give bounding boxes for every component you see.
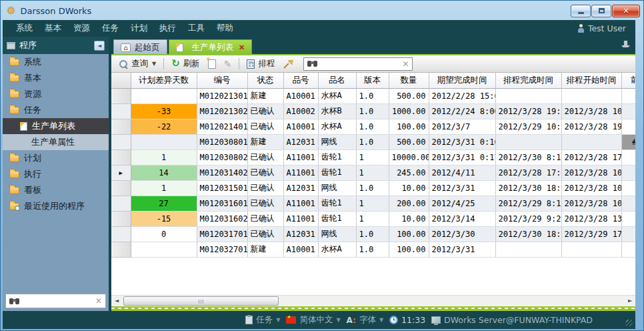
cell-code[interactable]: M012030801 [197,134,247,149]
cell-code[interactable]: M012031602 [197,211,247,226]
scrollbar-thumb[interactable] [123,296,279,306]
cell-code[interactable]: M012021302 [197,103,247,119]
cell-status[interactable]: 已确认 [247,226,283,242]
tab-close-icon[interactable]: ✕ [239,43,245,52]
sidebar-item[interactable]: 看板 [3,182,109,198]
column-header[interactable]: 版本 [356,73,389,88]
tab[interactable]: 生产单列表✕ [169,39,253,55]
cell-status[interactable]: 已确认 [247,196,283,211]
sidebar-item[interactable]: 最近使用的程序 [3,198,109,214]
column-header[interactable]: 前 [621,73,635,88]
cell-qty[interactable]: 500.00 [389,134,429,149]
sidebar-item[interactable]: 生产单属性 [3,134,109,150]
cell-diff[interactable]: -22 [131,119,197,134]
cell-diff[interactable]: 14 [131,165,197,180]
cell-status[interactable]: 已确认 [247,165,283,180]
cell-diff[interactable] [131,242,197,257]
cell-qty[interactable]: 245.00 [389,165,429,180]
cell-status[interactable]: 已确认 [247,103,283,119]
cell-extra[interactable] [621,180,635,196]
row-header[interactable] [111,196,131,211]
cell-sched_end[interactable]: 2012/3/30 18:00 [495,180,561,196]
cell-part_no[interactable]: A11001 [283,165,318,180]
cell-expected[interactable]: 2012/3/7 [429,119,495,134]
cell-sched_start[interactable]: 2012/3/28 10:52 [561,180,621,196]
cell-expected[interactable]: 2012/3/31 0:10 [429,134,495,149]
cell-part_name[interactable]: 齿轮1 [318,149,356,165]
cell-status[interactable]: 已确认 [247,149,283,165]
cell-qty[interactable]: 100.00 [389,119,429,134]
cell-part_name[interactable]: 水杯A [318,242,356,257]
cell-expected[interactable]: 2012/4/25 [429,196,495,211]
cell-extra[interactable] [621,196,635,211]
row-header[interactable] [111,211,131,226]
column-header[interactable]: 计划差异天数 [131,73,197,88]
cell-part_no[interactable]: A10002 [283,103,318,119]
cell-qty[interactable]: 10.00 [389,180,429,196]
sidebar-search-clear-icon[interactable]: ✕ [95,297,102,305]
cell-code[interactable]: M012031402 [197,165,247,180]
cell-status[interactable]: 已确认 [247,211,283,226]
row-header[interactable] [111,149,131,165]
cell-sched_start[interactable]: 2012/3/28 17:13 [561,149,621,165]
cell-version[interactable]: 1 [356,211,389,226]
cell-code[interactable]: M012031601 [197,196,247,211]
cell-sched_end[interactable]: 2012/3/30 8:15 [495,149,561,165]
cell-qty[interactable]: 100.00 [389,226,429,242]
cell-part_name[interactable]: 水杯A [318,88,356,103]
cell-diff[interactable]: -15 [131,211,197,226]
cell-part_no[interactable]: A11001 [283,211,318,226]
cell-status[interactable]: 新建 [247,242,283,257]
row-header[interactable] [111,226,131,242]
cell-extra[interactable] [621,226,635,242]
refresh-button[interactable]: ↻ 刷新 [168,57,203,71]
menu-item[interactable]: 资源 [73,23,90,34]
cell-sched_start[interactable] [561,242,621,257]
sidebar-collapse-button[interactable]: ◄ [94,41,105,51]
scroll-right-arrow-icon[interactable]: ► [625,296,635,306]
cell-extra[interactable] [621,242,635,257]
cell-part_no[interactable]: A12031 [283,134,318,149]
cell-sched_start[interactable]: 2012/3/28 10:52 [561,165,621,180]
cell-part_name[interactable]: 水杯A [318,119,356,134]
cell-version[interactable]: 1.0 [356,119,389,134]
cell-extra[interactable]: # [621,134,635,149]
cell-extra[interactable] [621,119,635,134]
table-search-input[interactable] [320,59,399,69]
cell-extra[interactable] [621,103,635,119]
cell-code[interactable]: M012030802 [197,149,247,165]
cell-sched_start[interactable] [561,88,621,103]
query-button[interactable]: 查询 ▼ [115,57,159,71]
cell-extra[interactable] [621,88,635,103]
menu-item[interactable]: 执行 [159,23,176,34]
cell-sched_end[interactable] [495,242,561,257]
clean-button[interactable] [279,58,297,70]
cell-version[interactable]: 1 [356,165,389,180]
cell-part_name[interactable]: 齿轮1 [318,211,356,226]
cell-part_name[interactable]: 网线 [318,180,356,196]
cell-status[interactable]: 已确认 [247,180,283,196]
menu-item[interactable]: 基本 [45,23,61,34]
cell-expected[interactable]: 2012/2/28 15:00 [429,88,495,103]
cell-version[interactable]: 1.0 [356,103,389,119]
sidebar-item[interactable]: 资源 [3,86,109,102]
cell-qty[interactable]: 10.00 [389,211,429,226]
cell-qty[interactable]: 500.00 [389,88,429,103]
cell-part_no[interactable]: A10001 [283,242,318,257]
table-search-clear-icon[interactable]: ✕ [402,60,409,68]
cell-extra[interactable] [621,149,635,165]
tab[interactable]: ⌂起始页 [113,39,167,55]
horizontal-scrollbar[interactable]: ◄ ► [111,295,635,306]
cell-extra[interactable] [621,165,635,180]
font-menu[interactable]: A: 字体 ▼ [347,314,383,326]
column-header[interactable]: 期望完成时间 [429,73,495,88]
current-user[interactable]: Test User [577,23,635,33]
cell-expected[interactable]: 2012/3/31 [429,180,495,196]
scroll-left-arrow-icon[interactable]: ◄ [111,296,122,306]
cell-code[interactable]: M012031501 [197,180,247,196]
cell-version[interactable]: 1.0 [356,88,389,103]
row-header[interactable]: ▶ [111,165,131,180]
cell-part_no[interactable]: A10001 [283,119,318,134]
column-header[interactable]: 状态 [247,73,283,88]
cell-version[interactable]: 1.0 [356,180,389,196]
